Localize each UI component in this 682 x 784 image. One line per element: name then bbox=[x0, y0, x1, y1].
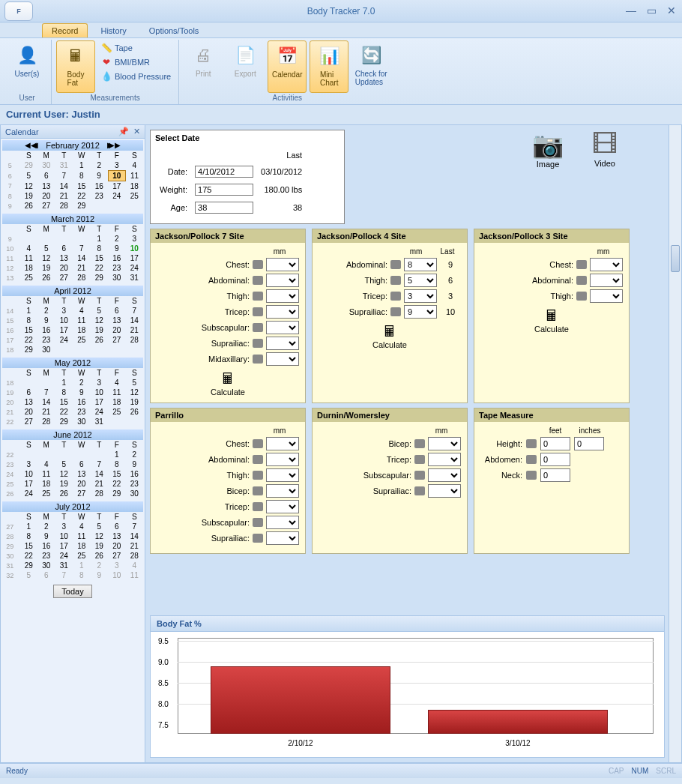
camera-icon[interactable] bbox=[390, 307, 401, 316]
measure-select[interactable] bbox=[428, 468, 461, 482]
camera-icon[interactable] bbox=[576, 292, 587, 301]
measure-select[interactable] bbox=[266, 531, 299, 545]
measure-select[interactable] bbox=[590, 289, 623, 303]
user-icon: 👤 bbox=[15, 43, 39, 67]
camera-icon[interactable] bbox=[253, 518, 263, 527]
bodyfat-button[interactable]: 🖩 Body Fat bbox=[56, 40, 95, 93]
measure-select[interactable]: 8 bbox=[404, 258, 437, 271]
month-label: July 2012 bbox=[55, 502, 90, 511]
measure-select[interactable]: 5 bbox=[404, 274, 437, 287]
camera-icon[interactable] bbox=[253, 260, 263, 269]
age-input[interactable] bbox=[195, 202, 253, 214]
tape-button[interactable]: 📏Tape bbox=[98, 42, 174, 54]
film-icon: 🎞 bbox=[592, 130, 618, 159]
camera-icon[interactable] bbox=[526, 455, 537, 464]
tape-input[interactable] bbox=[540, 468, 570, 482]
camera-icon[interactable] bbox=[253, 455, 263, 464]
maximize-icon[interactable]: ▭ bbox=[647, 4, 657, 16]
camera-icon[interactable] bbox=[390, 260, 401, 269]
today-button[interactable]: Today bbox=[53, 585, 91, 598]
camera-icon[interactable] bbox=[576, 276, 587, 285]
tab-record[interactable]: Record bbox=[42, 23, 88, 37]
measure-select[interactable] bbox=[266, 516, 299, 529]
calendar-body[interactable]: ◀◀◀February 2012▶▶▶ SMTWTFS 52930311234 … bbox=[1, 139, 145, 762]
camera-icon[interactable] bbox=[576, 260, 587, 269]
camera-icon[interactable] bbox=[414, 471, 425, 480]
measure-select[interactable] bbox=[428, 484, 461, 498]
close-icon[interactable]: ✕ bbox=[667, 4, 676, 16]
camera-icon[interactable] bbox=[253, 439, 263, 448]
camera-icon[interactable] bbox=[390, 292, 401, 301]
measure-label: Suprailiac: bbox=[373, 486, 411, 495]
measure-select[interactable] bbox=[590, 258, 623, 271]
status-ready: Ready bbox=[6, 767, 28, 775]
measure-select[interactable] bbox=[266, 484, 299, 498]
export-button[interactable]: 📄 Export bbox=[226, 40, 265, 93]
tab-history[interactable]: History bbox=[91, 23, 136, 37]
video-button[interactable]: 🎞Video bbox=[592, 130, 618, 169]
tab-options[interactable]: Options/Tools bbox=[139, 23, 209, 37]
camera-icon[interactable] bbox=[526, 439, 537, 448]
measure-select[interactable] bbox=[266, 321, 299, 334]
image-button[interactable]: 📷Image bbox=[532, 130, 564, 169]
updates-button[interactable]: 🔄 Check for Updates bbox=[351, 40, 390, 93]
tape-input[interactable] bbox=[540, 437, 570, 450]
measure-select[interactable] bbox=[590, 274, 623, 287]
measure-select[interactable] bbox=[266, 437, 299, 450]
tape-input-inches[interactable] bbox=[574, 437, 604, 450]
month-label: April 2012 bbox=[54, 286, 91, 295]
camera-icon[interactable] bbox=[526, 471, 537, 480]
group-measure-label: Measurements bbox=[56, 94, 174, 104]
measure-select[interactable] bbox=[266, 500, 299, 513]
camera-icon[interactable] bbox=[414, 439, 425, 448]
current-user-bar: Current User: Justin bbox=[0, 105, 682, 124]
camera-icon[interactable] bbox=[253, 339, 263, 348]
calculator-icon[interactable]: 🖩 bbox=[480, 307, 623, 325]
measure-select[interactable] bbox=[266, 289, 299, 303]
camera-icon[interactable] bbox=[253, 502, 263, 511]
measure-select[interactable]: 3 bbox=[404, 289, 437, 303]
weight-input[interactable] bbox=[195, 184, 253, 196]
camera-icon[interactable] bbox=[253, 355, 263, 364]
bmi-button[interactable]: ❤BMI/BMR bbox=[98, 56, 174, 68]
bp-button[interactable]: 💧Blood Pressure bbox=[98, 70, 174, 82]
measure-select[interactable] bbox=[428, 453, 461, 466]
camera-icon[interactable] bbox=[414, 486, 425, 495]
tape-input[interactable] bbox=[540, 453, 570, 466]
measure-label: Thigh: bbox=[226, 471, 250, 480]
camera-icon[interactable] bbox=[253, 307, 263, 316]
close-panel-icon[interactable]: ✕ bbox=[133, 127, 140, 136]
tape-title: Tape Measure bbox=[474, 408, 629, 422]
measure-select[interactable]: 9 bbox=[404, 305, 437, 319]
scrollbar-thumb[interactable] bbox=[671, 245, 680, 272]
camera-icon[interactable] bbox=[253, 323, 263, 332]
measure-select[interactable] bbox=[266, 258, 299, 271]
measure-select[interactable] bbox=[266, 468, 299, 482]
camera-icon[interactable] bbox=[253, 486, 263, 495]
camera-icon[interactable] bbox=[253, 292, 263, 301]
measure-select[interactable] bbox=[266, 274, 299, 287]
users-label: User(s) bbox=[15, 70, 40, 78]
camera-icon[interactable] bbox=[253, 471, 263, 480]
users-button[interactable]: 👤 User(s) bbox=[7, 40, 46, 93]
camera-icon[interactable] bbox=[253, 276, 263, 285]
pin-icon[interactable]: 📌 bbox=[118, 127, 129, 136]
camera-icon[interactable] bbox=[414, 455, 425, 464]
measure-row: Thigh: bbox=[157, 468, 299, 482]
camera-icon[interactable] bbox=[390, 276, 401, 285]
measure-select[interactable] bbox=[428, 437, 461, 450]
calendar-button[interactable]: 📅 Calendar bbox=[268, 40, 307, 93]
measure-select[interactable] bbox=[266, 305, 299, 319]
last-label: Last bbox=[437, 247, 458, 256]
measure-select[interactable] bbox=[266, 453, 299, 466]
jp3-panel: Jackson/Pollock 3 Site mm Chest: Abdomin… bbox=[474, 229, 630, 403]
camera-icon[interactable] bbox=[253, 534, 263, 543]
minichart-button[interactable]: 📊 Mini Chart bbox=[310, 40, 348, 93]
minimize-icon[interactable]: — bbox=[626, 4, 636, 16]
print-button[interactable]: 🖨 Print bbox=[184, 40, 223, 93]
calculator-icon[interactable]: 🖩 bbox=[157, 370, 299, 388]
calculator-icon[interactable]: 🖩 bbox=[319, 323, 461, 340]
date-input[interactable] bbox=[195, 166, 253, 178]
measure-select[interactable] bbox=[266, 337, 299, 350]
measure-select[interactable] bbox=[266, 352, 299, 366]
